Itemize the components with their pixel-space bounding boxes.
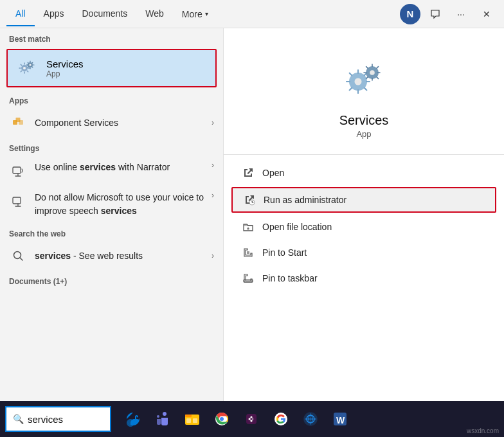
services-icon [15,57,39,80]
tab-all[interactable]: All [6,2,35,26]
pin-start-action[interactable]: Pin to Start [224,240,504,265]
open-label: Open [262,168,284,178]
main-container: Best match Services App Apps [0,28,504,401]
tab-more[interactable]: More ▾ [173,3,217,26]
search-box[interactable]: 🔍 [5,406,111,432]
pin-taskbar-label: Pin to taskbar [262,273,318,283]
app-detail-type: App [356,129,371,139]
voice-icon [9,193,27,211]
narrator-services-item[interactable]: Use online services with Narrator › [0,156,223,186]
chevron-down-icon: ▾ [205,10,208,17]
best-match-text: Services App [46,58,84,78]
open-location-label: Open file location [262,222,332,232]
watermark: wsxdn.com [467,427,499,434]
svg-rect-16 [247,251,249,254]
vpn-icon[interactable] [296,405,325,433]
app-detail-icon [338,54,390,105]
right-panel: Services App Open [224,28,504,401]
app-detail-name: Services [339,113,389,128]
pin-taskbar-action[interactable]: Pin to taskbar [224,265,504,291]
app-detail-header: Services App [224,28,504,155]
tab-web[interactable]: Web [136,2,173,26]
documents-label: Documents (1+) [0,271,223,289]
svg-rect-8 [13,197,21,204]
svg-rect-6 [16,118,21,122]
word-icon[interactable]: W [326,405,354,433]
chevron-right-icon3: › [212,191,214,200]
explorer-icon[interactable] [178,405,206,433]
svg-point-1 [23,67,26,69]
voice-services-item[interactable]: Do not allow Microsoft to use your voice… [0,186,223,223]
google-icon[interactable] [267,405,295,433]
narrator-setting-label: Use online services with Narrator [35,161,212,174]
apps-label: Apps [0,90,223,108]
folder-icon [242,220,255,233]
best-match-label: Best match [0,28,223,46]
settings-label: Settings [0,138,223,156]
user-avatar[interactable]: N [400,4,420,24]
svg-line-10 [20,258,22,260]
close-icon[interactable]: ✕ [476,3,498,25]
open-location-action[interactable]: Open file location [224,214,504,240]
svg-rect-7 [13,167,21,174]
top-navigation: All Apps Documents Web More ▾ N ··· ✕ [0,0,504,28]
narrator-icon [9,163,27,181]
nav-icons: N ··· ✕ [400,3,498,25]
feedback-icon[interactable] [424,3,446,25]
best-match-title: Services [46,58,84,69]
open-action[interactable]: Open [224,160,504,186]
svg-point-3 [29,64,31,66]
search-input[interactable] [28,414,104,425]
component-services-item[interactable]: Component Services › [0,108,223,138]
search-web-icon [9,247,27,265]
tab-apps[interactable]: Apps [35,2,73,26]
edge-icon[interactable] [119,405,147,433]
chevron-right-icon2: › [212,161,214,170]
svg-text:W: W [336,415,345,425]
pin-start-icon [242,246,255,259]
chevron-right-icon: › [212,118,214,127]
svg-point-23 [220,417,224,421]
taskbar-icons: W [119,405,354,433]
pin-start-label: Pin to Start [262,247,307,258]
svg-rect-24 [246,414,256,424]
web-search-text: services - See web results [35,251,212,261]
svg-rect-21 [193,418,197,423]
svg-rect-20 [186,418,191,423]
open-icon [242,166,255,179]
component-services-label: Component Services [35,118,212,128]
chevron-right-icon4: › [212,251,214,260]
left-panel: Best match Services App Apps [0,28,224,401]
best-match-subtitle: App [46,69,84,78]
svg-point-12 [355,78,362,85]
svg-point-14 [370,70,375,75]
component-services-icon [9,114,27,132]
chrome-icon[interactable] [208,405,236,433]
tab-documents[interactable]: Documents [73,2,136,26]
best-match-item[interactable]: Services App [6,49,217,87]
more-options-icon[interactable]: ··· [450,3,472,25]
teams-icon[interactable] [148,405,177,433]
runas-action[interactable]: Run as administrator [231,187,496,213]
action-list: Open Run as administrator [224,155,504,296]
slack-icon[interactable] [237,405,266,433]
taskbar: 🔍 [0,401,504,437]
svg-rect-19 [185,415,192,417]
search-icon: 🔍 [13,414,24,424]
voice-setting-label: Do not allow Microsoft to use your voice… [35,191,212,218]
runas-label: Run as administrator [264,195,346,205]
web-search-label: Search the web [0,223,223,241]
web-search-item[interactable]: services - See web results › [0,241,223,271]
pin-taskbar-icon [242,272,255,285]
runas-icon [243,193,256,206]
